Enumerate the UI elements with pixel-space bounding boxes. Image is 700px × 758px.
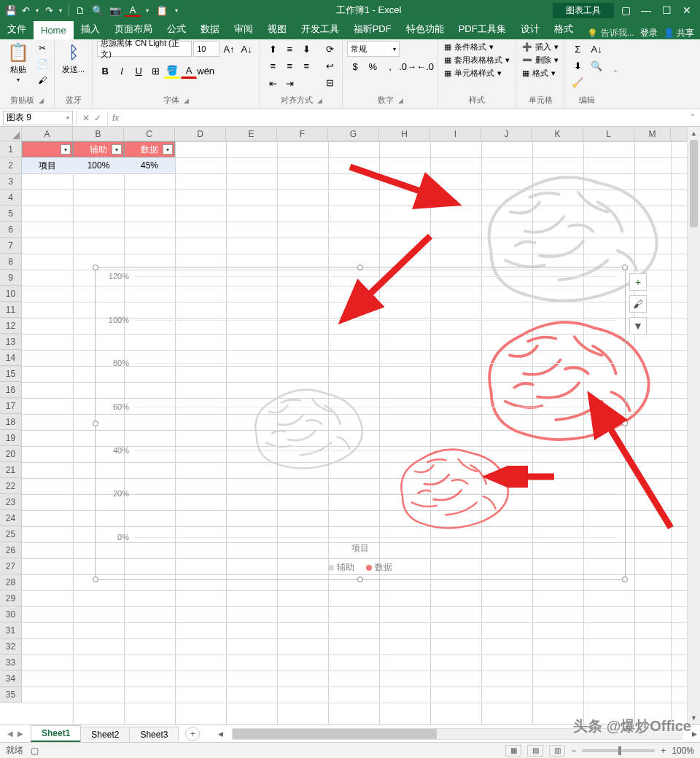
align-center-icon[interactable]: ≡ — [281, 58, 298, 74]
insert-cells-button[interactable]: ➕ 插入 ▾ — [521, 41, 560, 53]
close-icon[interactable]: ✕ — [678, 1, 696, 19]
clear-icon[interactable]: 🧹 — [569, 74, 586, 90]
tab-layout[interactable]: 页面布局 — [107, 19, 160, 39]
sheet-nav-first-icon[interactable]: ◀ — [7, 730, 13, 738]
macro-record-icon[interactable]: ▢ — [31, 746, 39, 756]
column-header[interactable]: I — [430, 127, 481, 141]
tab-formulas[interactable]: 公式 — [160, 19, 193, 39]
fill-color-button[interactable]: 🪣 — [164, 63, 180, 79]
row-header[interactable]: 11 — [0, 302, 21, 318]
qat-customize-icon[interactable]: ▾ — [171, 2, 182, 18]
column-header[interactable]: F — [277, 127, 328, 141]
decrease-decimal-icon[interactable]: ←.0 — [417, 58, 433, 74]
add-sheet-button[interactable]: + — [185, 727, 200, 741]
comma-icon[interactable]: , — [382, 58, 398, 74]
name-box[interactable]: 图表 9▾ — [3, 111, 73, 125]
resize-handle[interactable] — [357, 577, 363, 582]
underline-button[interactable]: U — [131, 63, 147, 79]
row-header[interactable]: 23 — [0, 494, 21, 510]
hscroll-left-icon[interactable]: ◀ — [214, 730, 226, 738]
table-cell[interactable]: 项目 — [22, 157, 73, 173]
column-header[interactable]: C — [124, 127, 175, 141]
row-header[interactable]: 19 — [0, 430, 21, 446]
tab-pdfkit[interactable]: PDF工具集 — [451, 19, 513, 39]
scroll-up-icon[interactable]: ▲ — [688, 127, 700, 140]
filter-icon[interactable]: ▾ — [61, 144, 71, 155]
redo-icon[interactable]: ↷ — [44, 2, 54, 18]
undo-dropdown-icon[interactable]: ▾ — [32, 2, 42, 18]
tell-me-search[interactable]: 💡 告诉我... — [587, 27, 634, 39]
tab-special[interactable]: 特色功能 — [399, 19, 451, 39]
filter-icon[interactable]: ▾ — [112, 144, 122, 155]
resize-handle[interactable] — [622, 577, 628, 582]
page-break-view-icon[interactable]: ▥ — [549, 745, 565, 757]
row-header[interactable]: 27 — [0, 558, 21, 574]
wrap-text-icon[interactable]: ↩ — [322, 58, 338, 74]
undo-icon[interactable]: ↶ — [20, 2, 31, 18]
table-cell[interactable]: 100% — [73, 157, 124, 173]
zoom-out-icon[interactable]: − — [571, 746, 576, 756]
cancel-formula-icon[interactable]: ✕ — [82, 113, 90, 123]
row-header[interactable]: 4 — [0, 190, 21, 206]
row-header[interactable]: 34 — [0, 671, 21, 687]
redo-dropdown-icon[interactable]: ▾ — [55, 2, 66, 18]
expand-formula-bar-icon[interactable]: ˅ — [685, 113, 700, 123]
percent-icon[interactable]: % — [365, 58, 381, 74]
print-preview-icon[interactable]: 🔍 — [90, 2, 106, 18]
tab-format[interactable]: 格式 — [547, 19, 580, 39]
chart-styles-button[interactable]: 🖌 — [629, 295, 647, 313]
orientation-icon[interactable]: ⟳ — [322, 41, 338, 57]
qat-dropdown-icon[interactable]: ▾ — [142, 2, 152, 18]
camera-icon[interactable]: 📷 — [107, 2, 123, 18]
tab-design[interactable]: 设计 — [513, 19, 547, 39]
decrease-indent-icon[interactable]: ⇤ — [265, 75, 281, 91]
increase-decimal-icon[interactable]: .0→ — [400, 58, 416, 74]
sheet-tab[interactable]: Sheet2 — [80, 727, 130, 742]
bluetooth-send-button[interactable]: ᛒ 发送... — [59, 41, 88, 77]
row-header[interactable]: 21 — [0, 462, 21, 478]
new-file-icon[interactable]: 🗋 — [72, 2, 88, 18]
chart-filter-button[interactable]: ▼ — [629, 317, 647, 335]
filter-icon[interactable]: ▾ — [163, 144, 173, 155]
select-all-button[interactable] — [0, 127, 22, 141]
italic-button[interactable]: I — [114, 63, 130, 79]
cut-icon[interactable]: ✂ — [35, 41, 50, 55]
normal-view-icon[interactable]: ▦ — [505, 745, 521, 757]
row-header[interactable]: 7 — [0, 238, 21, 254]
row-header[interactable]: 31 — [0, 622, 21, 638]
chart-bar-辅助[interactable] — [244, 319, 368, 536]
share-button[interactable]: 👤 共享 — [664, 27, 694, 39]
font-name-select[interactable]: 思源黑体 CN Light (正文) — [97, 41, 192, 57]
tab-review[interactable]: 审阅 — [227, 19, 260, 39]
row-header[interactable]: 26 — [0, 542, 21, 558]
currency-icon[interactable]: $ — [347, 58, 363, 74]
row-header[interactable]: 1 — [0, 141, 21, 157]
dialog-launcher-icon[interactable]: ◢ — [398, 97, 403, 104]
column-header[interactable]: L — [583, 127, 634, 141]
align-middle-icon[interactable]: ≡ — [281, 41, 298, 57]
legend-item[interactable]: 数据 — [366, 561, 392, 574]
row-header[interactable]: 12 — [0, 318, 21, 334]
cells-area[interactable]: ▾辅助▾数据▾项目100%45% +🖌▼0%20%40%60%80%100%12… — [22, 141, 687, 724]
fill-icon[interactable]: ⬇ — [569, 58, 586, 74]
row-header[interactable]: 8 — [0, 254, 21, 270]
table-header-cell[interactable]: 辅助▾ — [73, 141, 124, 157]
ribbon-options-icon[interactable]: ▢ — [617, 1, 634, 19]
sheet-tab[interactable]: Sheet1 — [31, 725, 81, 742]
scroll-thumb[interactable] — [690, 140, 698, 227]
row-header[interactable]: 16 — [0, 382, 21, 398]
chart-legend[interactable]: 辅助数据 — [96, 561, 625, 574]
row-header[interactable]: 22 — [0, 478, 21, 494]
decrease-font-icon[interactable]: A↓ — [238, 41, 254, 57]
tab-foxit[interactable]: 福昕PDF — [346, 19, 399, 39]
dialog-launcher-icon[interactable]: ◢ — [184, 97, 189, 104]
resize-handle[interactable] — [622, 265, 628, 270]
increase-font-icon[interactable]: A↑ — [221, 41, 237, 57]
row-header[interactable]: 29 — [0, 590, 21, 606]
row-header[interactable]: 9 — [0, 270, 21, 286]
tab-view[interactable]: 视图 — [260, 19, 294, 39]
row-header[interactable]: 15 — [0, 366, 21, 382]
confirm-formula-icon[interactable]: ✓ — [94, 113, 101, 123]
font-color-qat-icon[interactable]: A — [125, 4, 141, 17]
sheet-nav-last-icon[interactable]: ▶ — [18, 730, 23, 738]
